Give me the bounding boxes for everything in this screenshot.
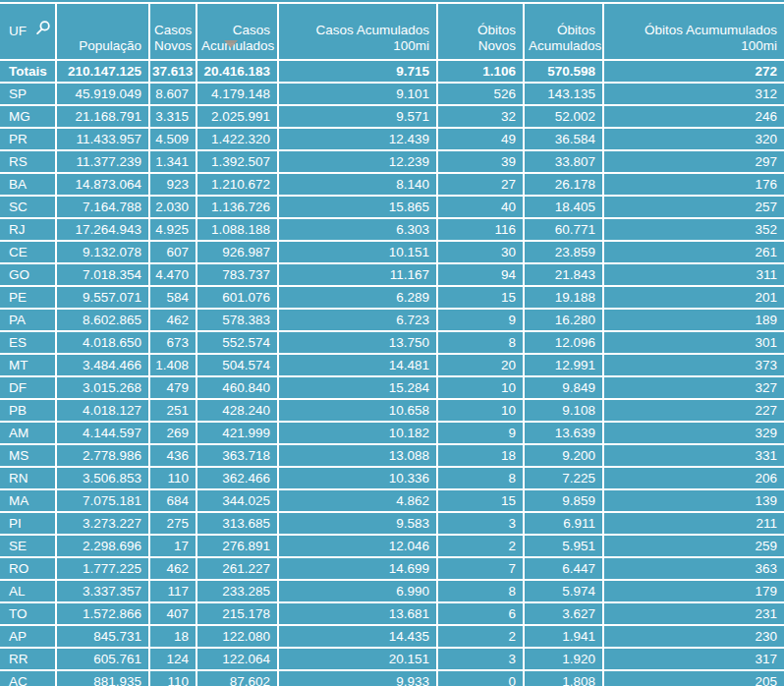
value-cell: 13.088 xyxy=(278,444,437,467)
table-row: CE9.132.078607926.98710.1513023.859261 xyxy=(0,241,784,263)
value-cell: 12.239 xyxy=(278,150,437,173)
value-cell: 2.298.696 xyxy=(56,535,149,557)
value-cell: 233.285 xyxy=(196,580,278,602)
value-cell: 4.144.597 xyxy=(56,422,149,444)
value-cell: 189 xyxy=(603,309,784,331)
value-cell: 8 xyxy=(437,331,524,354)
value-cell: 139 xyxy=(603,489,784,512)
column-header-casos-acumulados[interactable]: Casos Acumulados xyxy=(196,3,278,60)
value-cell: 10 xyxy=(437,399,524,422)
value-cell: 1.422.320 xyxy=(196,128,278,150)
table-row: AL3.337.357117233.2856.99085.974179 xyxy=(0,580,784,602)
column-header-populacao[interactable]: População xyxy=(56,3,149,60)
value-cell: 570.598 xyxy=(524,60,603,83)
value-cell: 259 xyxy=(603,535,784,557)
value-cell: 327 xyxy=(603,376,784,399)
value-cell: 313.685 xyxy=(196,512,278,535)
table-row: BA14.873.0649231.210.6728.1402726.178176 xyxy=(0,173,784,196)
value-cell: 5.974 xyxy=(524,580,603,602)
value-cell: 436 xyxy=(149,444,196,467)
value-cell: 10.151 xyxy=(278,241,437,263)
covid-uf-table-container: UF População Casos Novos Casos Acumulado… xyxy=(0,0,784,686)
table-row: RR605.761124122.06420.15131.920317 xyxy=(0,648,784,670)
value-cell: 60.771 xyxy=(524,218,603,241)
sort-descending-icon xyxy=(224,40,238,48)
search-icon[interactable] xyxy=(34,20,51,36)
value-cell: 2.030 xyxy=(149,196,196,218)
uf-cell: CE xyxy=(0,241,56,263)
value-cell: 13.639 xyxy=(524,422,603,444)
value-cell: 9.859 xyxy=(524,489,603,512)
value-cell: 3.627 xyxy=(524,602,603,625)
value-cell: 363.718 xyxy=(196,444,278,467)
uf-cell: DF xyxy=(0,376,56,399)
column-header-obitos-novos[interactable]: Óbitos Novos xyxy=(437,3,524,60)
value-cell: 1.777.225 xyxy=(56,557,149,580)
value-cell: 20 xyxy=(437,354,524,376)
value-cell: 9.715 xyxy=(278,60,437,83)
value-cell: 2.778.986 xyxy=(56,444,149,467)
value-cell: 20.416.183 xyxy=(196,60,278,83)
column-header-casos-acumulados-100mi[interactable]: Casos Acumulados 100mi xyxy=(278,3,437,60)
uf-cell: RJ xyxy=(0,218,56,241)
column-header-obitos-acumulados[interactable]: Óbitos Acumulados xyxy=(524,3,603,60)
value-cell: 14.481 xyxy=(278,354,437,376)
value-cell: 9.933 xyxy=(278,670,437,686)
uf-cell: MS xyxy=(0,444,56,467)
uf-cell: GO xyxy=(0,263,56,286)
value-cell: 6.447 xyxy=(524,557,603,580)
uf-cell: MA xyxy=(0,489,56,512)
value-cell: 1.808 xyxy=(524,670,603,686)
uf-cell: BA xyxy=(0,173,56,196)
value-cell: 926.987 xyxy=(196,241,278,263)
value-cell: 52.002 xyxy=(524,105,603,128)
value-cell: 5.951 xyxy=(524,535,603,557)
value-cell: 3.484.466 xyxy=(56,354,149,376)
value-cell: 1.088.188 xyxy=(196,218,278,241)
value-cell: 261 xyxy=(603,241,784,263)
column-header-uf[interactable]: UF xyxy=(0,3,56,60)
value-cell: 4.018.127 xyxy=(56,399,149,422)
table-row: MS2.778.986436363.71813.088189.200331 xyxy=(0,444,784,467)
value-cell: 20.151 xyxy=(278,648,437,670)
value-cell: 246 xyxy=(603,105,784,128)
value-cell: 320 xyxy=(603,128,784,150)
table-row: TO1.572.866407215.17813.68163.627231 xyxy=(0,602,784,625)
column-header-casos-novos[interactable]: Casos Novos xyxy=(149,3,196,60)
uf-cell: RR xyxy=(0,648,56,670)
table-row: MT3.484.4661.408504.57414.4812012.991373 xyxy=(0,354,784,376)
uf-cell: RN xyxy=(0,467,56,489)
value-cell: 7.164.788 xyxy=(56,196,149,218)
uf-cell: PB xyxy=(0,399,56,422)
value-cell: 607 xyxy=(149,241,196,263)
value-cell: 18.405 xyxy=(524,196,603,218)
table-row: PB4.018.127251428.24010.658109.108227 xyxy=(0,399,784,422)
value-cell: 329 xyxy=(603,422,784,444)
value-cell: 27 xyxy=(437,173,524,196)
value-cell: 479 xyxy=(149,376,196,399)
value-cell: 462 xyxy=(149,557,196,580)
value-cell: 460.840 xyxy=(196,376,278,399)
value-cell: 122.064 xyxy=(196,648,278,670)
value-cell: 344.025 xyxy=(196,489,278,512)
table-row: PR11.433.9574.5091.422.32012.4394936.584… xyxy=(0,128,784,150)
value-cell: 211 xyxy=(603,512,784,535)
value-cell: 923 xyxy=(149,173,196,196)
value-cell: 10.182 xyxy=(278,422,437,444)
value-cell: 201 xyxy=(603,286,784,309)
value-cell: 251 xyxy=(149,399,196,422)
value-cell: 6.990 xyxy=(278,580,437,602)
table-row: AM4.144.597269421.99910.182913.639329 xyxy=(0,422,784,444)
value-cell: 4.470 xyxy=(149,263,196,286)
table-row: SE2.298.69617276.89112.04625.951259 xyxy=(0,535,784,557)
value-cell: 363 xyxy=(603,557,784,580)
value-cell: 1.392.507 xyxy=(196,150,278,173)
uf-cell: PR xyxy=(0,128,56,150)
value-cell: 9.557.071 xyxy=(56,286,149,309)
value-cell: 8 xyxy=(437,467,524,489)
uf-cell: MG xyxy=(0,105,56,128)
column-header-obitos-acumulados-100mi[interactable]: Óbitos Acumumulados 100mi xyxy=(603,3,784,60)
value-cell: 4.925 xyxy=(149,218,196,241)
value-cell: 4.179.148 xyxy=(196,83,278,105)
value-cell: 14.699 xyxy=(278,557,437,580)
